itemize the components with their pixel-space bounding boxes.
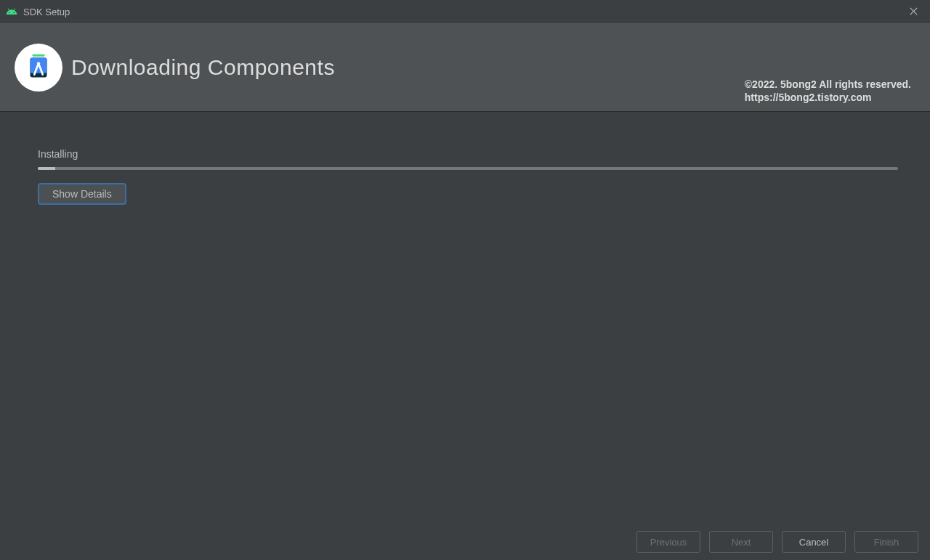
- android-icon: [6, 6, 17, 17]
- close-icon: [910, 5, 918, 18]
- status-label: Installing: [38, 148, 898, 160]
- watermark-line2: https://5bong2.tistory.com: [745, 91, 911, 104]
- android-studio-logo: [15, 44, 62, 92]
- watermark-line1: ©2022. 5bong2 All rights reserved.: [745, 78, 911, 91]
- cancel-button[interactable]: Cancel: [782, 531, 846, 553]
- footer: Previous Next Cancel Finish: [0, 524, 930, 560]
- watermark: ©2022. 5bong2 All rights reserved. https…: [745, 78, 911, 104]
- content-area: Installing Show Details: [0, 112, 930, 205]
- next-button[interactable]: Next: [709, 531, 773, 553]
- show-details-button[interactable]: Show Details: [38, 183, 126, 205]
- header: Downloading Components ©2022. 5bong2 All…: [0, 23, 930, 112]
- progress-fill: [38, 167, 55, 170]
- previous-button[interactable]: Previous: [636, 531, 700, 553]
- close-button[interactable]: [897, 0, 930, 23]
- svg-point-4: [37, 62, 40, 65]
- window-title: SDK Setup: [23, 7, 70, 17]
- progress-bar: [38, 167, 898, 170]
- finish-button[interactable]: Finish: [854, 531, 918, 553]
- titlebar: SDK Setup: [0, 0, 930, 23]
- page-title: Downloading Components: [71, 55, 335, 80]
